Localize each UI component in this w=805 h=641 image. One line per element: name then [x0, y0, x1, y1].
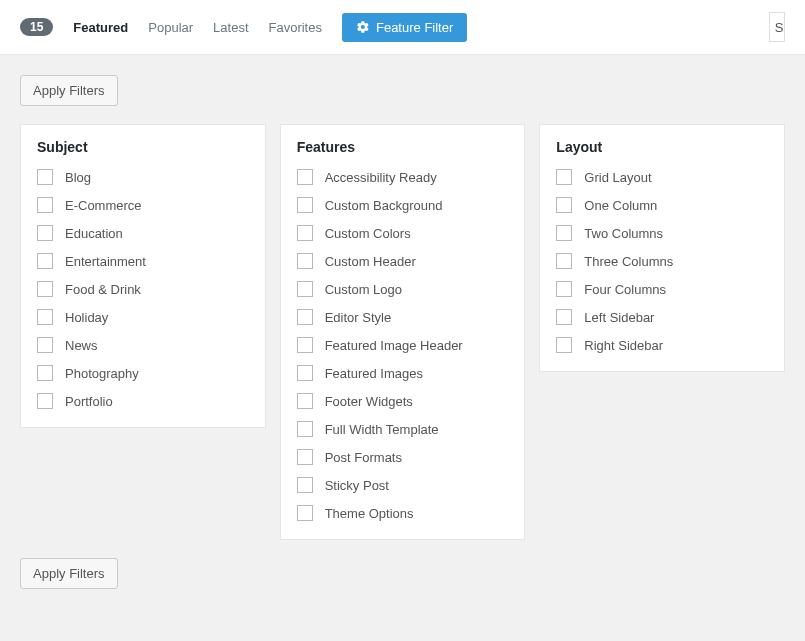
filter-option[interactable]: Food & Drink: [37, 281, 249, 297]
filter-option[interactable]: Left Sidebar: [556, 309, 768, 325]
filter-option-label: Right Sidebar: [584, 338, 663, 353]
checkbox[interactable]: [37, 365, 53, 381]
filter-option[interactable]: One Column: [556, 197, 768, 213]
filter-option-label: Footer Widgets: [325, 394, 413, 409]
filter-option[interactable]: Post Formats: [297, 449, 509, 465]
filter-option[interactable]: Editor Style: [297, 309, 509, 325]
filter-option-label: Entertainment: [65, 254, 146, 269]
checkbox[interactable]: [556, 225, 572, 241]
panel-title: Layout: [556, 139, 768, 155]
filter-option-label: Blog: [65, 170, 91, 185]
checkbox[interactable]: [37, 309, 53, 325]
filter-option[interactable]: Custom Colors: [297, 225, 509, 241]
filter-option-label: One Column: [584, 198, 657, 213]
filter-option-label: Grid Layout: [584, 170, 651, 185]
filter-option[interactable]: Footer Widgets: [297, 393, 509, 409]
checkbox[interactable]: [556, 281, 572, 297]
filter-option-label: Photography: [65, 366, 139, 381]
filter-option[interactable]: Custom Header: [297, 253, 509, 269]
checkbox[interactable]: [297, 309, 313, 325]
feature-filter-button[interactable]: Feature Filter: [342, 13, 467, 42]
filter-option-label: Custom Logo: [325, 282, 402, 297]
filter-option-label: E-Commerce: [65, 198, 142, 213]
filter-option[interactable]: Theme Options: [297, 505, 509, 521]
filter-option-label: News: [65, 338, 98, 353]
checkbox[interactable]: [556, 337, 572, 353]
checkbox[interactable]: [37, 393, 53, 409]
filter-option[interactable]: Entertainment: [37, 253, 249, 269]
filter-option[interactable]: Featured Images: [297, 365, 509, 381]
filter-option-label: Education: [65, 226, 123, 241]
checkbox[interactable]: [297, 337, 313, 353]
filter-option[interactable]: News: [37, 337, 249, 353]
tab-latest[interactable]: Latest: [213, 20, 248, 35]
checkbox[interactable]: [297, 505, 313, 521]
checkbox[interactable]: [297, 477, 313, 493]
filter-option[interactable]: Portfolio: [37, 393, 249, 409]
filter-option[interactable]: Accessibility Ready: [297, 169, 509, 185]
filter-option-label: Editor Style: [325, 310, 391, 325]
checkbox[interactable]: [556, 309, 572, 325]
checkbox[interactable]: [37, 197, 53, 213]
filter-option[interactable]: Education: [37, 225, 249, 241]
filter-panel-layout: LayoutGrid LayoutOne ColumnTwo ColumnsTh…: [539, 124, 785, 372]
filter-option-label: Theme Options: [325, 506, 414, 521]
filter-option-label: Accessibility Ready: [325, 170, 437, 185]
checkbox[interactable]: [297, 281, 313, 297]
checkbox[interactable]: [37, 225, 53, 241]
filter-option-label: Holiday: [65, 310, 108, 325]
tab-featured[interactable]: Featured: [73, 20, 128, 35]
checkbox[interactable]: [556, 169, 572, 185]
checkbox[interactable]: [297, 169, 313, 185]
tab-popular[interactable]: Popular: [148, 20, 193, 35]
filter-option-label: Post Formats: [325, 450, 402, 465]
filter-option[interactable]: Photography: [37, 365, 249, 381]
checkbox[interactable]: [37, 281, 53, 297]
filter-option[interactable]: Grid Layout: [556, 169, 768, 185]
filter-option[interactable]: E-Commerce: [37, 197, 249, 213]
filter-option[interactable]: Full Width Template: [297, 421, 509, 437]
filter-option-label: Sticky Post: [325, 478, 389, 493]
search-input[interactable]: S: [769, 12, 785, 42]
theme-count-badge: 15: [20, 18, 53, 36]
checkbox[interactable]: [297, 449, 313, 465]
checkbox[interactable]: [297, 253, 313, 269]
filter-option[interactable]: Custom Background: [297, 197, 509, 213]
gear-icon: [356, 20, 370, 34]
filter-columns: SubjectBlogE-CommerceEducationEntertainm…: [20, 124, 785, 540]
filter-content: Apply Filters SubjectBlogE-CommerceEduca…: [0, 55, 805, 609]
filter-option-label: Left Sidebar: [584, 310, 654, 325]
filter-option[interactable]: Blog: [37, 169, 249, 185]
filter-option[interactable]: Right Sidebar: [556, 337, 768, 353]
filter-option[interactable]: Four Columns: [556, 281, 768, 297]
checkbox[interactable]: [297, 421, 313, 437]
filter-option-label: Featured Image Header: [325, 338, 463, 353]
filter-option[interactable]: Sticky Post: [297, 477, 509, 493]
filter-option[interactable]: Three Columns: [556, 253, 768, 269]
filter-option-label: Custom Background: [325, 198, 443, 213]
checkbox[interactable]: [556, 253, 572, 269]
filter-option-label: Food & Drink: [65, 282, 141, 297]
checkbox[interactable]: [37, 169, 53, 185]
filter-option[interactable]: Two Columns: [556, 225, 768, 241]
apply-filters-button-top[interactable]: Apply Filters: [20, 75, 118, 106]
filter-option-label: Portfolio: [65, 394, 113, 409]
apply-filters-button-bottom[interactable]: Apply Filters: [20, 558, 118, 589]
checkbox[interactable]: [297, 393, 313, 409]
filter-option[interactable]: Holiday: [37, 309, 249, 325]
filter-panel-features: FeaturesAccessibility ReadyCustom Backgr…: [280, 124, 526, 540]
checkbox[interactable]: [297, 365, 313, 381]
filter-option-label: Custom Colors: [325, 226, 411, 241]
panel-title: Features: [297, 139, 509, 155]
checkbox[interactable]: [297, 225, 313, 241]
checkbox[interactable]: [37, 253, 53, 269]
checkbox[interactable]: [556, 197, 572, 213]
filter-option-label: Four Columns: [584, 282, 666, 297]
top-nav-bar: 15 Featured Popular Latest Favorites Fea…: [0, 0, 805, 55]
filter-option[interactable]: Featured Image Header: [297, 337, 509, 353]
filter-option[interactable]: Custom Logo: [297, 281, 509, 297]
checkbox[interactable]: [37, 337, 53, 353]
tab-favorites[interactable]: Favorites: [269, 20, 322, 35]
checkbox[interactable]: [297, 197, 313, 213]
panel-title: Subject: [37, 139, 249, 155]
